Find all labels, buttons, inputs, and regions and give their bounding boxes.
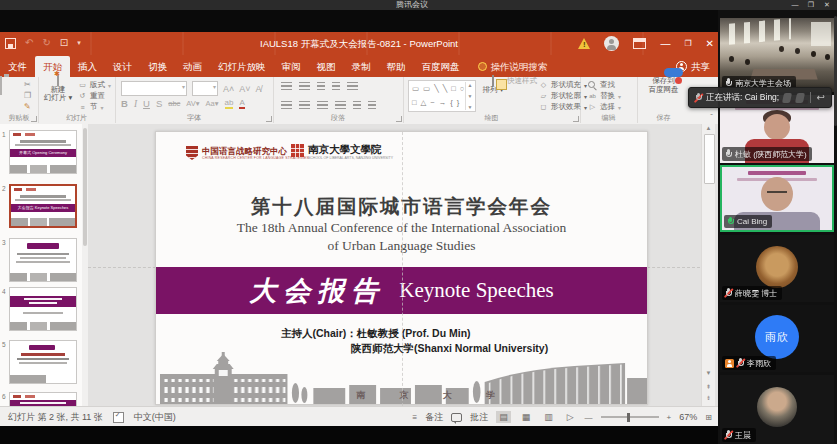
shapes-gallery[interactable]: ▭▭╲╲□○ □△~→{} ▲▼▼	[408, 80, 476, 112]
participant-tile-caibing[interactable]: Cai Bing	[720, 165, 834, 232]
highlight-color-button[interactable]: ab	[225, 98, 234, 109]
char-spacing-button[interactable]: AV▾	[186, 99, 199, 108]
tab-animations[interactable]: 动画	[175, 56, 210, 77]
ppt-close-button[interactable]: ✕	[706, 32, 714, 55]
slide-thumbnail-2-selected[interactable]: 大会报告 Keynote Speeches	[9, 184, 77, 228]
bullets-icon[interactable]	[281, 82, 292, 91]
redo-icon[interactable]: ↻	[42, 36, 50, 50]
decrease-indent-icon[interactable]	[317, 82, 325, 91]
meeting-minimize-button[interactable]: —	[787, 0, 803, 10]
slide-thumbnail-5[interactable]	[9, 340, 77, 384]
slide-thumbnail-3[interactable]	[9, 238, 77, 282]
italic-button[interactable]: I	[134, 99, 137, 109]
save-icon[interactable]	[5, 38, 16, 49]
line-spacing-icon[interactable]	[347, 82, 358, 91]
drawing-dialog-launcher[interactable]	[573, 116, 579, 122]
tab-home[interactable]: 开始	[35, 56, 70, 77]
slide-sorter-view-button[interactable]: ▦	[519, 411, 534, 423]
save-to-baidu-button[interactable]: 保存到 百度网盘	[642, 77, 685, 94]
font-name-box[interactable]	[121, 81, 187, 96]
slide-thumbnail-6[interactable]	[9, 392, 77, 406]
zoom-slider[interactable]	[601, 416, 659, 418]
spell-check-icon[interactable]	[113, 412, 124, 423]
participant-tile-room[interactable]: 南京大学主会场	[720, 18, 834, 92]
font-size-box[interactable]	[192, 81, 218, 96]
slideshow-view-button[interactable]: ▷	[564, 411, 577, 423]
replace-button[interactable]: ab替换▾	[588, 91, 621, 101]
tab-record[interactable]: 录制	[344, 56, 379, 77]
tab-baidu-netdisk[interactable]: 百度网盘	[414, 56, 468, 77]
collapse-ribbon-icon[interactable]: ˆ	[710, 112, 713, 121]
align-center-icon[interactable]	[299, 101, 310, 110]
clear-format-icon[interactable]: A̸	[256, 84, 262, 94]
change-case-button[interactable]: Aa▾	[206, 99, 219, 108]
meeting-maximize-button[interactable]: ❐	[803, 0, 819, 10]
tab-slideshow[interactable]: 幻灯片放映	[210, 56, 274, 77]
align-left-icon[interactable]	[281, 101, 292, 110]
quick-styles-button[interactable]: 快速样式	[505, 77, 539, 86]
qat-customize-icon[interactable]: ▾	[77, 36, 81, 50]
normal-view-button[interactable]: ▤	[496, 411, 511, 423]
text-direction-icon[interactable]	[368, 101, 376, 110]
format-painter-icon[interactable]: ✎	[24, 102, 31, 111]
zoom-out-button[interactable]: —	[585, 413, 593, 422]
font-dialog-launcher[interactable]	[266, 116, 272, 122]
start-slideshow-icon[interactable]: ⊡	[60, 36, 68, 50]
clipboard-dialog-launcher[interactable]	[31, 116, 37, 122]
speaking-notification[interactable]: 正在讲话: Cai Bing; ↩	[688, 87, 832, 108]
comments-button[interactable]: 批注	[470, 411, 488, 424]
paragraph-dialog-launcher[interactable]	[396, 116, 402, 122]
participant-tile-xue[interactable]: 薛晓雯 博士	[720, 235, 834, 302]
reading-view-button[interactable]: ▥	[541, 411, 556, 423]
tab-insert[interactable]: 插入	[70, 56, 105, 77]
zoom-slider-thumb[interactable]	[627, 413, 630, 422]
next-slide-icon[interactable]: ⇟	[702, 394, 715, 401]
slide-thumbnail-4[interactable]	[9, 287, 77, 331]
scrollbar-thumb[interactable]	[704, 134, 715, 184]
slide-editing-area[interactable]: 中国语言战略研究中心 CHINA RESEARCH CENTER FOR LAN…	[155, 131, 648, 405]
tab-review[interactable]: 审阅	[274, 56, 309, 77]
tab-design[interactable]: 设计	[105, 56, 140, 77]
underline-button[interactable]: U	[143, 98, 150, 109]
tell-me-search[interactable]: 操作说明搜索	[478, 56, 548, 77]
section-button[interactable]: ≡节▾	[78, 102, 111, 112]
language-indicator[interactable]: 中文(中国)	[134, 411, 176, 424]
tab-help[interactable]: 帮助	[379, 56, 414, 77]
bold-button[interactable]: B	[121, 98, 128, 109]
grow-font-icon[interactable]: A˄	[223, 84, 234, 94]
arrange-button[interactable]: 排列 ▾	[481, 77, 505, 94]
zoom-level[interactable]: 67%	[679, 412, 697, 422]
columns-icon[interactable]	[353, 101, 361, 110]
new-slide-button[interactable]: 新建 幻灯片 ▾	[42, 77, 74, 103]
scroll-up-icon[interactable]: ▲	[702, 125, 715, 131]
ppt-restore-button[interactable]: ❐	[684, 32, 691, 55]
previous-slide-icon[interactable]: ⇞	[702, 383, 715, 390]
find-button[interactable]: 查找	[588, 80, 621, 90]
strikethrough-button[interactable]: abc	[168, 99, 180, 108]
participant-tile-wangchen[interactable]: 王晨	[720, 375, 834, 444]
canvas-scrollbar[interactable]: ▲ ▼ ⇞ ⇟	[701, 124, 715, 406]
notes-button[interactable]: 备注	[425, 411, 443, 424]
text-shadow-button[interactable]: S	[156, 98, 162, 109]
shapes-gallery-scroll[interactable]: ▲▼▼	[465, 82, 474, 110]
layout-button[interactable]: ▭版式▾	[78, 80, 111, 90]
select-button[interactable]: ▷选择▾	[588, 102, 621, 112]
font-color-button[interactable]: A	[239, 98, 244, 109]
reset-button[interactable]: ↺重置	[78, 91, 111, 101]
tab-transitions[interactable]: 切换	[140, 56, 175, 77]
meeting-close-button[interactable]: ✕	[819, 0, 835, 10]
scroll-down-icon[interactable]: ▼	[702, 370, 715, 376]
ppt-minimize-button[interactable]: —	[660, 32, 670, 55]
warning-icon[interactable]: !	[578, 38, 590, 49]
align-right-icon[interactable]	[317, 101, 328, 110]
ribbon-display-options-icon[interactable]	[633, 38, 646, 49]
account-avatar[interactable]	[604, 36, 619, 51]
undo-icon[interactable]: ↶	[25, 36, 33, 50]
zoom-in-button[interactable]: +	[667, 413, 672, 422]
copy-icon[interactable]: ❐	[24, 91, 31, 100]
slide-thumbnail-1[interactable]: 开幕式 Opening Ceremony	[9, 130, 77, 174]
reply-arrow-icon[interactable]: ↩	[817, 93, 825, 103]
numbering-icon[interactable]	[299, 82, 310, 91]
fit-to-window-icon[interactable]: ⊞	[705, 413, 712, 422]
tab-view[interactable]: 视图	[309, 56, 344, 77]
